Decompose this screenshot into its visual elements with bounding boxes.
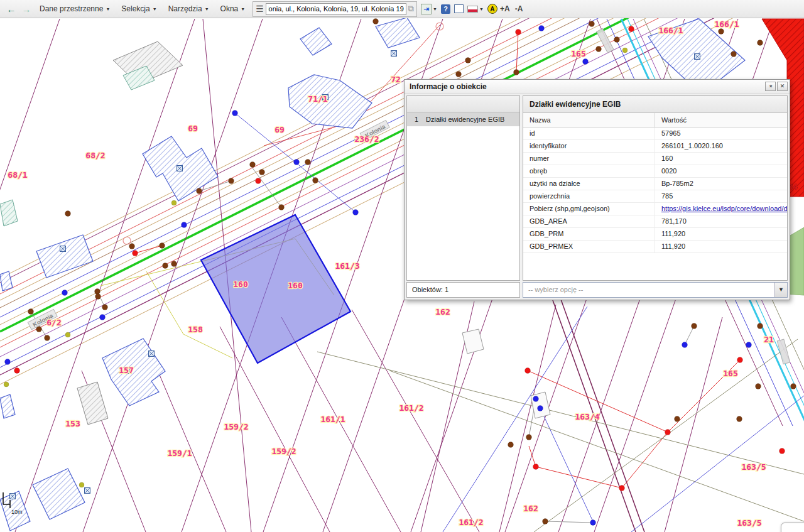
attribute-row: powierzchnia785 <box>523 190 787 203</box>
brown-survey-point <box>250 162 256 168</box>
search-group: ☰ ⧉ <box>253 1 417 17</box>
building <box>36 235 93 278</box>
brown-survey-point <box>229 178 234 184</box>
back-arrow-icon[interactable]: ← <box>4 4 19 14</box>
brown-survey-point <box>526 435 532 440</box>
brown-survey-point <box>102 305 108 310</box>
open-circle-marker <box>123 237 131 244</box>
attribute-row: użytki na działceBp-785m2 <box>523 178 787 190</box>
building <box>0 394 15 418</box>
red-survey-point <box>665 430 671 435</box>
brown-survey-point <box>508 442 514 448</box>
parcel-number-label: 21 <box>764 335 774 344</box>
table-grid-icon <box>454 4 464 13</box>
accessibility-button[interactable]: A <box>487 4 497 14</box>
map-line <box>183 334 232 358</box>
close-button[interactable]: ✕ <box>777 82 788 91</box>
map-line <box>235 113 295 162</box>
language-selector[interactable]: ▼ <box>467 6 484 13</box>
attribute-value: Bp-785m2 <box>661 180 693 187</box>
olive-survey-point <box>79 482 84 487</box>
menu-dane-przestrzenne[interactable]: Dane przestrzenne▼ <box>34 2 116 16</box>
attribute-name: numer <box>523 153 655 165</box>
brown-survey-point <box>28 309 34 315</box>
olive-survey-point <box>4 382 9 387</box>
parcel-number-label: 236/2 <box>354 134 379 144</box>
brown-survey-point <box>758 40 763 46</box>
attributes-pane: Działki ewidencyjne EGIB Nazwa Wartość i… <box>523 95 788 281</box>
parcel-number-label: 160 <box>288 281 303 290</box>
attribute-value: 57965 <box>661 129 681 137</box>
brown-survey-point <box>171 261 177 267</box>
brown-survey-point <box>373 19 379 24</box>
parcel-number-label: 6/2 <box>46 318 61 327</box>
brown-survey-point <box>65 211 71 217</box>
layer-list-item[interactable]: 1Działki ewidencyjne EGIB <box>407 112 519 126</box>
map-line <box>389 371 804 521</box>
forward-arrow-icon[interactable]: → <box>19 4 34 14</box>
brown-survey-point <box>456 72 462 77</box>
brown-survey-point <box>305 160 311 165</box>
attribute-row: identyfikator266101_1.0020.160 <box>523 140 787 153</box>
brown-survey-point <box>719 29 724 35</box>
attribute-row: GDB_PRMEX111,920 <box>523 241 787 253</box>
map-line <box>545 521 593 523</box>
blue-survey-point <box>62 290 68 296</box>
map-line <box>534 339 798 532</box>
layer-index: 1 <box>407 112 426 126</box>
object-count: Obiektów: 1 <box>406 282 520 298</box>
brown-survey-point <box>791 384 796 389</box>
parcel-number-label: 161/2 <box>399 403 423 413</box>
login-button[interactable]: ⇥ ▼ <box>421 4 437 14</box>
object-info-panel: Informacje o obiekcie » ✕ 1Działki ewide… <box>404 79 790 300</box>
brown-survey-point <box>514 70 519 75</box>
building <box>376 18 420 48</box>
brown-survey-point <box>756 384 761 389</box>
parcel-number-label: 162 <box>435 307 450 317</box>
close-icon: ✕ <box>780 83 785 89</box>
menu-narzędzia[interactable]: Narzędzia▼ <box>163 2 215 16</box>
menu-okna[interactable]: Okna▼ <box>215 2 251 16</box>
olive-survey-point <box>171 200 177 205</box>
search-input[interactable] <box>266 3 406 15</box>
panel-title: Informacje o obiekcie » ✕ <box>405 80 790 94</box>
parcel-number-label: 163/5 <box>737 518 761 528</box>
help-button[interactable]: ? <box>441 4 450 14</box>
chevron-down-icon: ▼ <box>433 7 437 11</box>
collapse-chevrons-icon: » <box>766 84 774 87</box>
attribute-name: użytki na działce <box>523 178 655 190</box>
panel-footer: Obiektów: 1 -- wybierz opcję -- ▼ <box>406 282 788 298</box>
red-survey-point <box>525 368 531 374</box>
parcel-number-label: 165 <box>571 49 585 58</box>
map-line <box>146 271 183 334</box>
map-line <box>631 396 804 532</box>
blue-survey-point <box>182 222 187 228</box>
parcel-number-label: 153 <box>65 419 80 428</box>
toolbar: ← → Dane przestrzenne▼Selekcja▼Narzędzia… <box>0 0 804 18</box>
collapse-button[interactable]: » <box>765 82 776 91</box>
brown-survey-point <box>163 263 168 269</box>
brown-survey-point <box>614 37 620 43</box>
map-line <box>622 432 668 488</box>
brown-survey-point <box>95 289 100 295</box>
menu-selekcja[interactable]: Selekcja▼ <box>116 2 162 16</box>
attribute-value: 266101_1.0020.160 <box>661 142 723 149</box>
attribute-name: GDB_PRMEX <box>523 241 655 252</box>
attribute-name: GDB_PRM <box>523 228 655 240</box>
map-line <box>281 317 401 532</box>
download-link[interactable]: https://gis.kielce.eu/isdp/core/download… <box>661 205 787 212</box>
map-line <box>560 298 644 532</box>
attribute-row: id57965 <box>523 128 787 140</box>
options-dropdown[interactable]: -- wybierz opcję -- ▼ <box>523 282 788 298</box>
mini-panel[interactable] <box>781 523 804 532</box>
table-view-button[interactable] <box>454 4 464 13</box>
parcel-number-label: 161/3 <box>335 261 359 271</box>
font-increase-button[interactable]: +A <box>497 4 513 13</box>
map-line <box>352 310 479 532</box>
brown-survey-point <box>543 519 548 524</box>
copy-icon[interactable]: ⧉ <box>408 4 414 14</box>
hamburger-icon[interactable]: ☰ <box>256 4 264 13</box>
attribute-row: GDB_AREA781,170 <box>523 215 787 228</box>
font-decrease-button[interactable]: -A <box>513 4 526 13</box>
building <box>0 200 18 226</box>
